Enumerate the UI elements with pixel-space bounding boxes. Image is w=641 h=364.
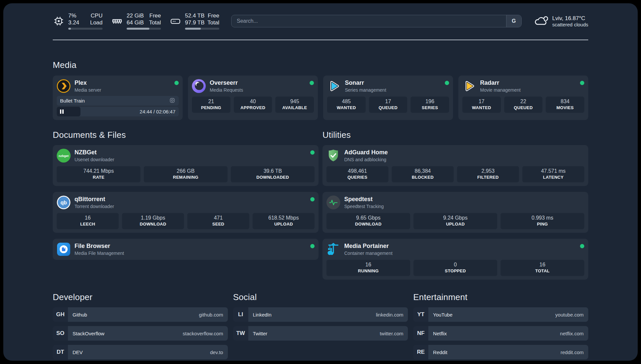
stat-box-total: 16 TOTAL	[501, 260, 584, 276]
stat-label: DOWNLOAD	[123, 222, 183, 227]
stat-box-stopped: 0 STOPPED	[413, 260, 497, 276]
stat-box-movies: 834 MOVIES	[546, 97, 584, 113]
bookmark-netflix[interactable]: NF Netflix netflix.com	[413, 326, 588, 341]
stat-box-downloaded: 39.6 TB DOWNLOADED	[231, 166, 315, 182]
stat-box-upload: 618.52 Mbps UPLOAD	[253, 213, 315, 229]
stat-label: PING	[502, 222, 583, 227]
app-name: Overseerr	[210, 79, 243, 87]
app-description: Speedtest Tracking	[344, 204, 384, 209]
stat-value: 485	[328, 99, 364, 105]
stat-label: WANTED	[464, 105, 500, 110]
stat-box-wanted: 485 WANTED	[327, 97, 366, 113]
stat-box-series: 196 SERIES	[411, 97, 449, 113]
stat-value: 39.6 TB	[232, 168, 313, 174]
stat-label: WANTED	[328, 105, 364, 110]
stat-value: 21	[193, 99, 229, 105]
status-online-dot	[174, 81, 179, 85]
overseerr-card[interactable]: Overseerr Media Requests 21 PENDING 40 A…	[188, 76, 318, 120]
media-section: Media Plex Media server	[53, 60, 588, 120]
entertainment-section: Entertainment YT YouTube youtube.com NF …	[413, 292, 588, 359]
stat-value: 47.571 ms	[524, 168, 583, 174]
stat-box-running: 16 RUNNING	[326, 260, 410, 276]
app-name: Speedtest	[344, 196, 384, 203]
stat-label: AVAILABLE	[277, 105, 313, 110]
documents-section: Documents & Files nzbget NZBGet U	[53, 130, 319, 280]
status-online-dot	[310, 244, 315, 248]
cpu-load-label: Load	[90, 19, 103, 26]
status-online-dot	[580, 244, 584, 248]
bookmark-badge: NF	[413, 326, 428, 341]
stat-box-latency: 47.571 ms LATENCY	[522, 166, 584, 182]
stat-label: REMAINING	[145, 175, 226, 180]
cpu-icon	[53, 15, 65, 27]
sonarr-card[interactable]: Sonarr Series management 485 WANTED 17 Q…	[323, 76, 453, 120]
stat-label: DOWNLOADED	[232, 175, 313, 180]
svg-text:nzbget: nzbget	[59, 154, 69, 158]
adguard-card[interactable]: AdGuard Home DNS and adblocking 498,461 …	[322, 145, 588, 186]
stat-box-queued: 22 QUEUED	[504, 97, 543, 113]
pause-icon[interactable]	[60, 109, 64, 114]
bookmark-youtube[interactable]: YT YouTube youtube.com	[413, 307, 588, 322]
radarr-card[interactable]: Radarr Movie management 17 WANTED 22 QUE…	[458, 76, 588, 120]
portainer-card[interactable]: Media Portainer Container management 16 …	[322, 239, 588, 280]
camera-icon	[169, 97, 175, 105]
stat-value: 9.24 Gbps	[415, 215, 496, 221]
app-name: NZBGet	[75, 149, 114, 156]
stat-label: PENDING	[193, 105, 229, 110]
bookmark-badge: YT	[413, 307, 428, 322]
bookmark-twitter[interactable]: TW Twitter twitter.com	[233, 326, 408, 341]
portainer-icon	[326, 242, 340, 256]
bookmark-dev[interactable]: DT DEV dev.to	[53, 345, 228, 359]
dashboard: 7% CPU 3.24 Load	[3, 3, 638, 361]
bookmark-name: Netflix	[433, 331, 447, 336]
speedtest-card[interactable]: Speedtest Speedtest Tracking 9.65 Gbps D…	[322, 192, 588, 233]
bookmark-reddit[interactable]: RE Reddit reddit.com	[413, 345, 588, 359]
stat-label: RUNNING	[328, 268, 409, 273]
stat-value: 0	[415, 262, 496, 268]
app-description: Media Requests	[210, 87, 243, 93]
bookmark-name: LinkedIn	[253, 312, 272, 318]
cpu-usage-label: CPU	[91, 13, 103, 19]
app-description: DNS and adblocking	[344, 157, 388, 162]
filebrowser-card[interactable]: File Browser Media File Management	[53, 239, 319, 260]
stat-box-queued: 17 QUEUED	[369, 97, 408, 113]
search-input[interactable]	[231, 15, 506, 27]
bookmark-badge: GH	[53, 307, 68, 322]
ram-total-value: 64 GiB	[127, 19, 144, 26]
stat-box-download: 9.65 Gbps DOWNLOAD	[326, 213, 410, 229]
stat-label: STOPPED	[415, 268, 496, 273]
bookmark-url: netflix.com	[560, 331, 584, 336]
search-engine-button[interactable]: G	[506, 15, 521, 27]
disk-free-label: Free	[208, 13, 219, 19]
playback-time: 24:44 / 02:06:47	[140, 109, 175, 114]
weather-condition: scattered clouds	[552, 22, 588, 27]
bookmark-linkedin[interactable]: LI LinkedIn linkedin.com	[233, 307, 408, 322]
plex-card[interactable]: Plex Media server Bullet Train	[53, 76, 183, 120]
qbittorrent-card[interactable]: qb qBittorrent Torrent downloader 16 LEE…	[53, 192, 319, 233]
section-title-entertainment: Entertainment	[413, 292, 588, 302]
stat-box-available: 945 AVAILABLE	[275, 97, 314, 113]
stat-value: 2,953	[458, 168, 518, 174]
utilities-section: Utilities	[322, 130, 588, 280]
stat-label: MOVIES	[547, 105, 583, 110]
stat-value: 945	[277, 99, 313, 105]
bookmark-badge: TW	[233, 326, 248, 341]
now-playing-progress-bar[interactable]: 24:44 / 02:06:47	[57, 107, 179, 116]
stat-label: UPLOAD	[415, 222, 496, 227]
weather-widget: Lviv, 16.87°C scattered clouds	[534, 13, 588, 29]
ram-total-label: Total	[149, 19, 161, 26]
stat-value: 498,461	[328, 168, 387, 174]
nzbget-card[interactable]: nzbget NZBGet Usenet downloader 744.21 M…	[53, 145, 319, 186]
stat-label: SEED	[189, 222, 248, 227]
cpu-load-value: 3.24	[68, 19, 79, 26]
bookmark-github[interactable]: GH Github github.com	[53, 307, 228, 322]
stat-box-ping: 0.993 ms PING	[501, 213, 584, 229]
disk-icon	[169, 15, 181, 27]
bookmark-url: github.com	[199, 312, 223, 318]
bookmark-stackoverflow[interactable]: SO StackOverflow stackoverflow.com	[53, 326, 228, 341]
disk-free-value: 52.4 TB	[185, 13, 204, 19]
stat-box-filtered: 2,953 FILTERED	[457, 166, 519, 182]
disk-progress-bar	[185, 28, 219, 30]
cpu-stat-widget: 7% CPU 3.24 Load	[53, 13, 103, 30]
bookmark-badge: RE	[413, 345, 428, 359]
